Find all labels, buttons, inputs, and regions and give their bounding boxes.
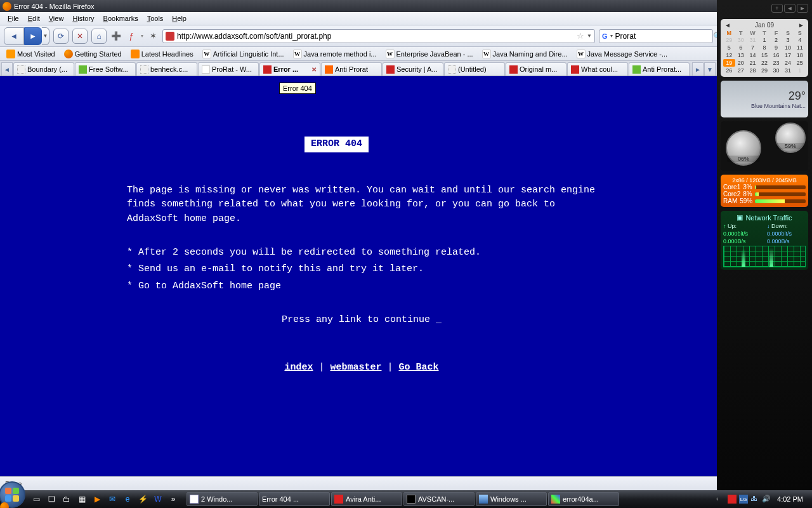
tab-list-dropdown[interactable]: ▼: [704, 62, 716, 76]
sidebar-prev[interactable]: ◄: [784, 4, 796, 13]
task-button[interactable]: Windows ...: [476, 492, 547, 506]
cal-next-icon[interactable]: ►: [798, 22, 804, 29]
cpu-gauge-gadget[interactable]: 06% 59%: [721, 121, 808, 171]
tray-avira-icon[interactable]: [728, 495, 737, 504]
clock[interactable]: 4:02 PM: [773, 495, 807, 503]
tray-network-icon[interactable]: 🖧: [750, 495, 759, 504]
calendar-day[interactable]: 28: [747, 67, 759, 74]
menu-file[interactable]: File: [4, 13, 23, 23]
calendar-day[interactable]: 11: [794, 44, 806, 51]
bookmark-item[interactable]: WJava Message Service -...: [573, 48, 672, 60]
bookmark-item[interactable]: WJava Naming and Dire...: [478, 48, 572, 60]
calendar-gadget[interactable]: ◄ Jan 09 ► MTWTFSS2930311234567891011121…: [721, 19, 808, 77]
weather-gadget[interactable]: 29° Blue Mountains Nat...: [721, 81, 808, 117]
calendar-day[interactable]: 19: [723, 59, 735, 67]
menu-help[interactable]: Help: [168, 13, 190, 23]
menu-bookmarks[interactable]: Bookmarks: [100, 13, 142, 23]
menu-history[interactable]: History: [69, 13, 98, 23]
ql-winamp-icon[interactable]: ⚡: [136, 493, 150, 505]
tab-scroll-right[interactable]: ►: [692, 62, 704, 76]
back-button[interactable]: ◄: [4, 27, 24, 45]
calendar-day[interactable]: 1: [759, 36, 771, 44]
bookmark-item[interactable]: Getting Started: [60, 48, 126, 60]
task-button[interactable]: AVSCAN-...: [403, 492, 475, 506]
calendar-day[interactable]: 13: [735, 51, 747, 59]
bookmark-item[interactable]: WJava remote method i...: [289, 48, 381, 60]
nav-history-dropdown[interactable]: ▼: [42, 27, 49, 45]
addon-icon[interactable]: ✶: [147, 30, 159, 42]
ql-explorer-icon[interactable]: 🗀: [60, 493, 74, 505]
calendar-day[interactable]: 23: [770, 59, 782, 67]
tab[interactable]: ProRat - W...: [198, 62, 259, 76]
cpu-meter-gadget[interactable]: 2x86 / 1203MB / 2045MB Core13% Core28% R…: [721, 175, 808, 207]
link-go-back[interactable]: Go Back: [399, 362, 439, 373]
search-engine-dropdown[interactable]: ▾: [610, 33, 613, 39]
bookmark-star-icon[interactable]: ☆: [577, 31, 584, 41]
stop-button[interactable]: ✕: [72, 29, 88, 44]
calendar-day[interactable]: 31: [782, 67, 794, 74]
ql-vmware-icon[interactable]: ▦: [75, 493, 89, 505]
tab[interactable]: (Untitled): [444, 62, 505, 76]
calendar-day[interactable]: 8: [759, 44, 771, 51]
calendar-day[interactable]: 31: [747, 36, 759, 44]
calendar-day[interactable]: 12: [723, 51, 735, 59]
tab[interactable]: benheck.c...: [136, 62, 197, 76]
calendar-day[interactable]: 22: [759, 59, 771, 67]
tray-volume-icon[interactable]: 🔊: [762, 495, 771, 504]
calendar-day[interactable]: 21: [747, 59, 759, 67]
calendar-day[interactable]: 25: [794, 59, 806, 67]
menu-tools[interactable]: Tools: [143, 13, 167, 23]
calendar-day[interactable]: 29: [759, 67, 771, 74]
ql-ie-icon[interactable]: e: [121, 493, 134, 505]
calendar-day[interactable]: 2: [770, 36, 782, 44]
url-dropdown-icon[interactable]: ▼: [587, 33, 592, 39]
menu-edit[interactable]: Edit: [24, 13, 44, 23]
ql-media-icon[interactable]: ▶: [90, 493, 104, 505]
bookmark-item[interactable]: Most Visited: [3, 48, 59, 60]
calendar-day[interactable]: 27: [735, 67, 747, 74]
bookmark-item[interactable]: WArtificial Linguistic Int...: [199, 48, 288, 60]
tab[interactable]: Security | A...: [383, 62, 443, 76]
calendar-day[interactable]: 17: [782, 51, 794, 59]
tab[interactable]: Original m...: [506, 62, 566, 76]
calendar-day[interactable]: 30: [735, 36, 747, 44]
calendar-day[interactable]: 9: [770, 44, 782, 51]
ql-mail-icon[interactable]: ✉: [105, 493, 119, 505]
task-button[interactable]: error404a...: [548, 492, 619, 506]
ql-word-icon[interactable]: W: [151, 493, 165, 505]
calendar-day[interactable]: 24: [782, 59, 794, 67]
tab-close-icon[interactable]: ✕: [311, 66, 317, 73]
calendar-day[interactable]: 14: [747, 51, 759, 59]
home-button[interactable]: ⌂: [91, 29, 107, 44]
tray-chevron-icon[interactable]: ‹: [716, 495, 725, 504]
ql-chevron-icon[interactable]: »: [166, 493, 180, 505]
forward-button[interactable]: ►: [24, 27, 42, 45]
calendar-day[interactable]: 29: [723, 36, 735, 44]
url-input[interactable]: [177, 32, 574, 41]
calendar-day[interactable]: 5: [723, 44, 735, 51]
task-button[interactable]: Error 404 ...: [259, 492, 330, 506]
bookmark-item[interactable]: WEnterprise JavaBean - ...: [382, 48, 477, 60]
sidebar-add-gadget[interactable]: +: [771, 4, 783, 13]
tab[interactable]: Boundary (...: [13, 62, 74, 76]
sidebar-next[interactable]: ►: [797, 4, 808, 13]
tab[interactable]: What coul...: [567, 62, 628, 76]
url-bar[interactable]: ☆ ▼: [162, 29, 595, 43]
calendar-day[interactable]: 30: [770, 67, 782, 74]
calendar-day[interactable]: 18: [794, 51, 806, 59]
task-button[interactable]: Avira Anti...: [331, 492, 402, 506]
tab[interactable]: Anti Prorat: [321, 62, 382, 76]
tray-lang-icon[interactable]: LG: [739, 495, 748, 504]
search-bar[interactable]: G ▾ 🔍: [599, 29, 713, 43]
reload-button[interactable]: ⟳: [53, 29, 69, 44]
tab[interactable]: Free Softw...: [75, 62, 136, 76]
calendar-day[interactable]: 15: [759, 51, 771, 59]
search-engine-icon[interactable]: G: [602, 32, 608, 41]
ql-show-desktop-icon[interactable]: ▭: [29, 493, 43, 505]
bookmark-item[interactable]: Latest Headlines: [127, 48, 197, 60]
calendar-day[interactable]: 4: [794, 36, 806, 44]
calendar-day[interactable]: 6: [735, 44, 747, 51]
calendar-day[interactable]: 26: [723, 67, 735, 74]
tab[interactable]: Error ...✕: [259, 62, 320, 76]
calendar-day[interactable]: 20: [735, 59, 747, 67]
